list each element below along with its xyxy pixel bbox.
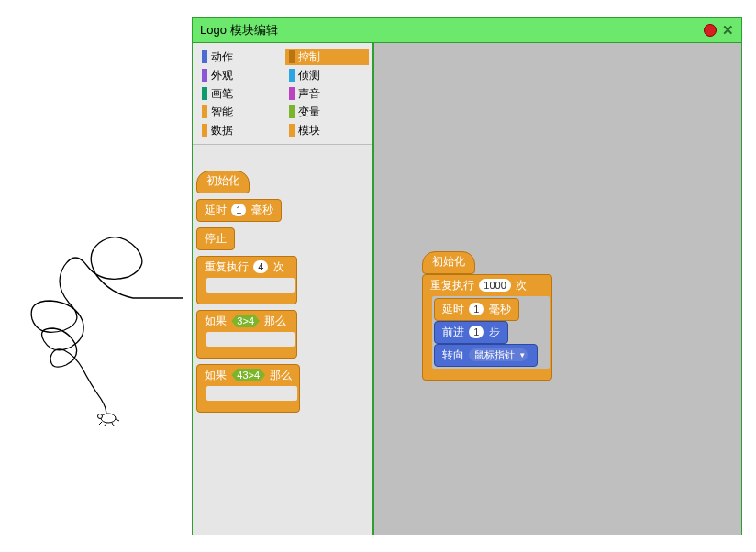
left-panel: 动作 控制 外观 侦测 画笔 声音 智能 变量 数据 模块 初始化 延时 1 毫… bbox=[193, 43, 374, 535]
script-forward[interactable]: 前进 1 步 bbox=[434, 321, 508, 344]
script-delay[interactable]: 延时 1 毫秒 bbox=[434, 298, 519, 321]
repeat-value[interactable]: 1000 bbox=[479, 279, 510, 292]
block-list: 初始化 延时 1 毫秒 停止 重复执行 4 次 bbox=[193, 145, 372, 535]
repeat-value[interactable]: 4 bbox=[253, 260, 268, 273]
category-pen[interactable]: 画笔 bbox=[198, 85, 282, 102]
block-repeat[interactable]: 重复执行 4 次 bbox=[196, 256, 297, 304]
svg-line-2 bbox=[99, 422, 102, 425]
c-slot[interactable]: 延时 1 毫秒 前进 1 步 转向 鼠标指针 bbox=[432, 296, 550, 369]
swatch bbox=[289, 69, 295, 82]
window-title: Logo 模块编辑 bbox=[200, 22, 278, 39]
category-looks[interactable]: 外观 bbox=[198, 67, 282, 83]
delay-value[interactable]: 1 bbox=[469, 303, 484, 315]
category-control[interactable]: 控制 bbox=[285, 49, 369, 65]
swatch bbox=[202, 124, 207, 137]
turn-target-dropdown[interactable]: 鼠标指针 bbox=[469, 348, 528, 361]
delay-value[interactable]: 1 bbox=[231, 204, 246, 216]
script-stack[interactable]: 初始化 重复执行 1000 次 延时 1 毫秒 前进 bbox=[422, 251, 552, 381]
svg-line-4 bbox=[112, 423, 114, 426]
editor-window: Logo 模块编辑 ✕ 动作 控制 外观 侦测 画笔 声音 智能 变量 数据 模… bbox=[192, 17, 742, 535]
swatch bbox=[202, 105, 207, 118]
swatch bbox=[202, 69, 207, 82]
swatch bbox=[289, 50, 295, 63]
c-slot[interactable] bbox=[206, 332, 295, 347]
svg-point-1 bbox=[98, 414, 103, 419]
c-slot[interactable] bbox=[206, 386, 297, 401]
svg-line-5 bbox=[116, 419, 119, 421]
category-motion[interactable]: 动作 bbox=[198, 49, 282, 65]
block-if-2[interactable]: 如果 43>4 那么 bbox=[196, 364, 300, 413]
category-sensing[interactable]: 侦测 bbox=[285, 67, 369, 83]
forward-value[interactable]: 1 bbox=[469, 326, 484, 338]
swatch bbox=[289, 87, 295, 100]
category-variable[interactable]: 变量 bbox=[285, 104, 369, 120]
cond-slot[interactable]: 3>4 bbox=[231, 315, 260, 327]
titlebar[interactable]: Logo 模块编辑 ✕ bbox=[193, 18, 741, 43]
category-smart[interactable]: 智能 bbox=[198, 104, 282, 120]
category-data[interactable]: 数据 bbox=[198, 122, 282, 138]
c-slot[interactable] bbox=[206, 278, 295, 293]
block-stop[interactable]: 停止 bbox=[196, 227, 235, 250]
script-turn[interactable]: 转向 鼠标指针 bbox=[434, 344, 538, 367]
script-repeat[interactable]: 重复执行 1000 次 延时 1 毫秒 前进 1 步 bbox=[422, 274, 552, 381]
category-palette: 动作 控制 外观 侦测 画笔 声音 智能 变量 数据 模块 bbox=[193, 43, 372, 145]
x-button[interactable]: ✕ bbox=[722, 22, 734, 39]
cond-slot[interactable]: 43>4 bbox=[231, 369, 265, 381]
swatch bbox=[202, 87, 207, 100]
category-module[interactable]: 模块 bbox=[285, 122, 369, 138]
block-init[interactable]: 初始化 bbox=[196, 171, 250, 193]
close-button[interactable] bbox=[704, 24, 717, 37]
block-if-1[interactable]: 如果 3>4 那么 bbox=[196, 310, 297, 359]
swatch bbox=[289, 105, 295, 118]
script-area[interactable]: 初始化 重复执行 1000 次 延时 1 毫秒 前进 bbox=[374, 43, 741, 535]
svg-line-3 bbox=[105, 423, 106, 426]
script-hat-init[interactable]: 初始化 bbox=[422, 251, 475, 274]
turtle-canvas bbox=[0, 229, 193, 431]
swatch bbox=[289, 124, 295, 137]
block-delay[interactable]: 延时 1 毫秒 bbox=[196, 199, 282, 222]
svg-point-0 bbox=[101, 414, 116, 423]
category-sound[interactable]: 声音 bbox=[285, 85, 369, 102]
swatch bbox=[202, 50, 207, 63]
